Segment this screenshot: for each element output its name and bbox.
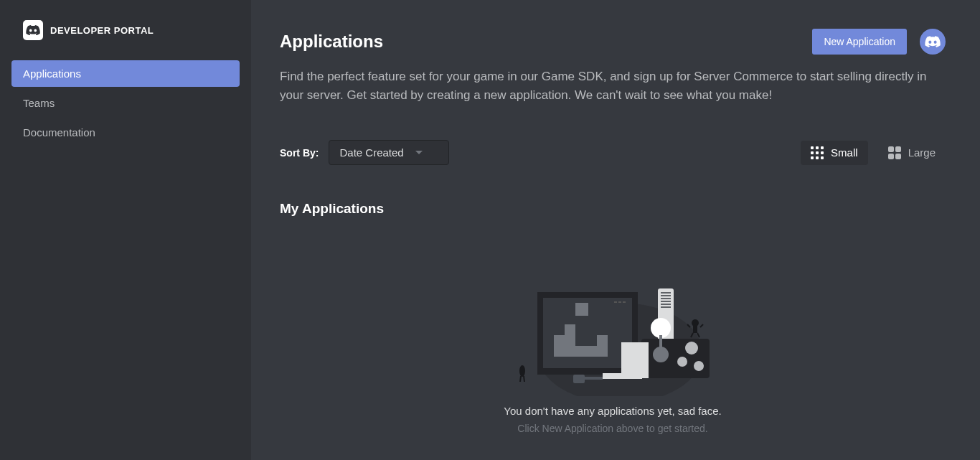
svg-line-36	[520, 376, 521, 382]
sidebar-item-teams[interactable]: Teams	[11, 90, 240, 116]
new-application-button[interactable]: New Application	[812, 29, 907, 55]
view-toggles: Small Large	[801, 141, 946, 165]
empty-hint: Click New Application above to get start…	[517, 423, 707, 434]
view-small-toggle[interactable]: Small	[801, 141, 868, 165]
header-actions: New Application	[812, 29, 946, 55]
svg-rect-26	[573, 375, 585, 383]
svg-rect-3	[554, 335, 565, 346]
svg-rect-27	[585, 377, 603, 380]
view-large-label: Large	[908, 146, 936, 159]
sidebar-item-applications[interactable]: Applications	[11, 60, 240, 87]
discord-icon	[26, 25, 40, 35]
sidebar: DEVELOPER PORTAL Applications Teams Docu…	[0, 0, 251, 460]
empty-state: You don't have any applications yet, sad…	[280, 267, 946, 434]
svg-rect-6	[554, 346, 597, 357]
svg-rect-30	[693, 326, 697, 333]
sort-select[interactable]: Date Created	[329, 140, 449, 165]
controls-row: Sort By: Date Created Small Lar	[280, 140, 946, 165]
svg-rect-9	[618, 301, 621, 303]
svg-point-29	[692, 319, 699, 327]
svg-rect-7	[597, 335, 608, 357]
portal-title: DEVELOPER PORTAL	[50, 25, 154, 36]
svg-rect-8	[614, 301, 617, 303]
svg-rect-10	[623, 301, 626, 303]
discord-avatar-icon	[925, 36, 941, 47]
sidebar-nav: Applications Teams Documentation	[0, 60, 251, 146]
sort-group: Sort By: Date Created	[280, 140, 449, 165]
discord-logo-icon	[23, 20, 43, 40]
svg-point-20	[651, 318, 671, 338]
svg-point-24	[694, 361, 704, 371]
empty-illustration	[512, 267, 713, 396]
view-small-label: Small	[831, 146, 858, 159]
empty-message: You don't have any applications yet, sad…	[504, 405, 721, 417]
sidebar-item-documentation[interactable]: Documentation	[11, 119, 240, 146]
grid-small-icon	[811, 146, 824, 159]
grid-large-icon	[888, 146, 901, 159]
page-description: Find the perfect feature set for your ga…	[280, 67, 933, 104]
page-header: Applications New Application	[280, 29, 946, 55]
svg-rect-28	[603, 373, 642, 379]
svg-point-22	[685, 342, 698, 355]
my-applications-title: My Applications	[280, 201, 946, 217]
svg-rect-5	[575, 303, 588, 316]
svg-rect-4	[565, 324, 575, 346]
sort-label: Sort By:	[280, 147, 319, 159]
avatar[interactable]	[920, 29, 946, 55]
main-content: Applications New Application Find the pe…	[251, 0, 980, 460]
logo-row: DEVELOPER PORTAL	[0, 20, 251, 60]
page-title: Applications	[280, 32, 383, 52]
svg-rect-18	[641, 339, 710, 378]
sort-value: Date Created	[339, 146, 403, 159]
caret-down-icon	[415, 151, 423, 154]
svg-line-37	[524, 376, 524, 382]
view-large-toggle[interactable]: Large	[878, 141, 946, 165]
svg-point-35	[519, 365, 525, 377]
svg-rect-25	[621, 342, 649, 378]
svg-line-32	[700, 324, 703, 327]
svg-point-23	[677, 357, 687, 367]
svg-rect-21	[659, 335, 662, 353]
